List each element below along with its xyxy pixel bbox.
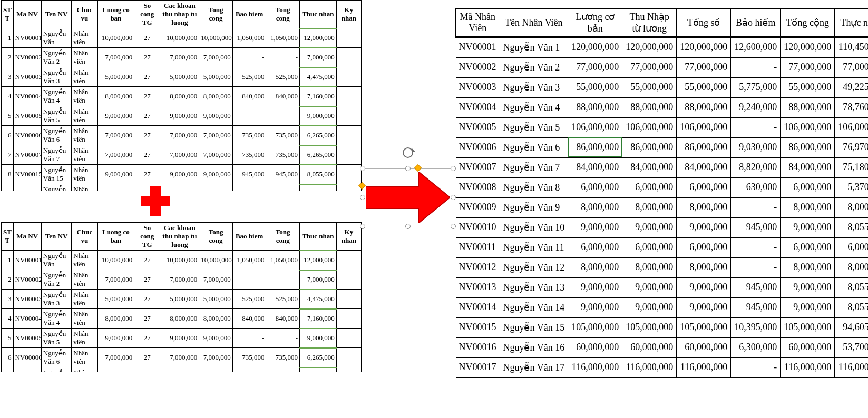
cell-bh[interactable]: -	[731, 257, 781, 277]
cell-tc[interactable]: 55,000,000	[781, 77, 835, 97]
cell-tc[interactable]: 120,000,000	[781, 37, 835, 57]
cell-bh[interactable]: 8,820,000	[731, 157, 781, 177]
cell-ma[interactable]: NV00015	[456, 317, 500, 337]
cell-ten[interactable]: Nguyễn Văn 9	[500, 197, 568, 217]
cell-ten[interactable]: Nguyễn Văn 2	[500, 57, 568, 77]
cell-tntl[interactable]: 9,000,000	[622, 277, 677, 297]
arrow-shape-selected[interactable]	[363, 168, 453, 226]
cell-ten[interactable]: Nguyễn Văn 1	[500, 37, 568, 57]
cell-tntl[interactable]: 106,000,000	[622, 117, 677, 137]
cell-ma[interactable]: NV00010	[456, 217, 500, 237]
cell-ts[interactable]: 9,000,000	[677, 277, 731, 297]
cell-tn[interactable]: 116,000,000	[835, 357, 868, 377]
cell-ten[interactable]: Nguyễn Văn 13	[500, 277, 568, 297]
cell-ts[interactable]: 86,000,000	[677, 137, 731, 157]
cell-bh[interactable]: -	[731, 117, 781, 137]
cell-tn[interactable]: 6,000,000	[835, 237, 868, 257]
cell-tc[interactable]: 9,000,000	[781, 277, 835, 297]
cell-tntl[interactable]: 84,000,000	[622, 157, 677, 177]
cell-ts[interactable]: 9,000,000	[677, 297, 731, 317]
cell-ten[interactable]: Nguyễn Văn 3	[500, 77, 568, 97]
cell-lcb[interactable]: 88,000,000	[568, 97, 622, 117]
cell-lcb[interactable]: 84,000,000	[568, 157, 622, 177]
cell-ma[interactable]: NV00012	[456, 257, 500, 277]
cell-tntl[interactable]: 120,000,000	[622, 37, 677, 57]
cell-ma[interactable]: NV00001	[456, 37, 500, 57]
cell-ten[interactable]: Nguyễn Văn 4	[500, 97, 568, 117]
cell-ts[interactable]: 106,000,000	[677, 117, 731, 137]
cell-tn[interactable]: 110,450,000	[835, 37, 868, 57]
cell-tntl[interactable]: 105,000,000	[622, 317, 677, 337]
cell-tc[interactable]: 106,000,000	[781, 117, 835, 137]
cell-ma[interactable]: NV00003	[456, 77, 500, 97]
cell-tc[interactable]: 6,000,000	[781, 177, 835, 197]
cell-lcb[interactable]: 77,000,000	[568, 57, 622, 77]
cell-lcb[interactable]: 60,000,000	[568, 337, 622, 357]
cell-bh[interactable]: 945,000	[731, 277, 781, 297]
cell-lcb[interactable]: 9,000,000	[568, 277, 622, 297]
cell-bh[interactable]: 10,395,000	[731, 317, 781, 337]
cell-ts[interactable]: 9,000,000	[677, 217, 731, 237]
cell-tc[interactable]: 84,000,000	[781, 157, 835, 177]
cell-bh[interactable]: 630,000	[731, 177, 781, 197]
cell-tntl[interactable]: 55,000,000	[622, 77, 677, 97]
cell-bh[interactable]: 6,300,000	[731, 337, 781, 357]
cell-ts[interactable]: 6,000,000	[677, 177, 731, 197]
cell-ma[interactable]: NV00013	[456, 277, 500, 297]
rotate-handle-icon[interactable]	[403, 147, 413, 158]
cell-ts[interactable]: 8,000,000	[677, 257, 731, 277]
cell-ts[interactable]: 8,000,000	[677, 197, 731, 217]
cell-ten[interactable]: Nguyễn Văn 6	[500, 137, 568, 157]
cell-tc[interactable]: 6,000,000	[781, 237, 835, 257]
cell-tntl[interactable]: 86,000,000	[622, 137, 677, 157]
cell-ts[interactable]: 88,000,000	[677, 97, 731, 117]
cell-tntl[interactable]: 8,000,000	[622, 257, 677, 277]
cell-bh[interactable]: -	[731, 197, 781, 217]
cell-bh[interactable]: -	[731, 237, 781, 257]
cell-ten[interactable]: Nguyễn Văn 14	[500, 297, 568, 317]
cell-tn[interactable]: 75,180,000	[835, 157, 868, 177]
cell-tn[interactable]: 8,000,000	[835, 197, 868, 217]
cell-ma[interactable]: NV00011	[456, 237, 500, 257]
cell-tn[interactable]: 8,055,000	[835, 297, 868, 317]
cell-lcb[interactable]: 9,000,000	[568, 217, 622, 237]
cell-bh[interactable]: -	[731, 357, 781, 377]
cell-bh[interactable]: 9,030,000	[731, 137, 781, 157]
cell-ma[interactable]: NV00014	[456, 297, 500, 317]
cell-tc[interactable]: 116,000,000	[781, 357, 835, 377]
cell-lcb[interactable]: 120,000,000	[568, 37, 622, 57]
cell-tntl[interactable]: 8,000,000	[622, 197, 677, 217]
cell-ten[interactable]: Nguyễn Văn 8	[500, 177, 568, 197]
cell-bh[interactable]: 12,600,000	[731, 37, 781, 57]
cell-lcb[interactable]: 116,000,000	[568, 357, 622, 377]
cell-bh[interactable]: 9,240,000	[731, 97, 781, 117]
cell-ten[interactable]: Nguyễn Văn 5	[500, 117, 568, 137]
cell-ts[interactable]: 77,000,000	[677, 57, 731, 77]
cell-ts[interactable]: 84,000,000	[677, 157, 731, 177]
cell-tc[interactable]: 60,000,000	[781, 337, 835, 357]
cell-ma[interactable]: NV00002	[456, 57, 500, 77]
cell-tntl[interactable]: 6,000,000	[622, 177, 677, 197]
cell-tc[interactable]: 88,000,000	[781, 97, 835, 117]
cell-ten[interactable]: Nguyễn Văn 11	[500, 237, 568, 257]
cell-tn[interactable]: 78,760,000	[835, 97, 868, 117]
cell-ten[interactable]: Nguyễn Văn 12	[500, 257, 568, 277]
resize-handle[interactable]	[360, 224, 365, 229]
cell-tntl[interactable]: 77,000,000	[622, 57, 677, 77]
cell-ma[interactable]: NV00007	[456, 157, 500, 177]
cell-tntl[interactable]: 6,000,000	[622, 237, 677, 257]
cell-ma[interactable]: NV00009	[456, 197, 500, 217]
cell-lcb[interactable]: 105,000,000	[568, 317, 622, 337]
resize-handle[interactable]	[405, 166, 411, 171]
cell-tn[interactable]: 77,000,000	[835, 57, 868, 77]
cell-lcb[interactable]: 8,000,000	[568, 197, 622, 217]
cell-ten[interactable]: Nguyễn Văn 16	[500, 337, 568, 357]
cell-ts[interactable]: 105,000,000	[677, 317, 731, 337]
cell-lcb[interactable]: 6,000,000	[568, 237, 622, 257]
resize-handle[interactable]	[360, 195, 365, 200]
cell-ten[interactable]: Nguyễn Văn 15	[500, 317, 568, 337]
resize-handle[interactable]	[360, 166, 365, 171]
cell-ten[interactable]: Nguyễn Văn 17	[500, 357, 568, 377]
cell-ten[interactable]: Nguyễn Văn 7	[500, 157, 568, 177]
cell-tn[interactable]: 53,700,000	[835, 337, 868, 357]
